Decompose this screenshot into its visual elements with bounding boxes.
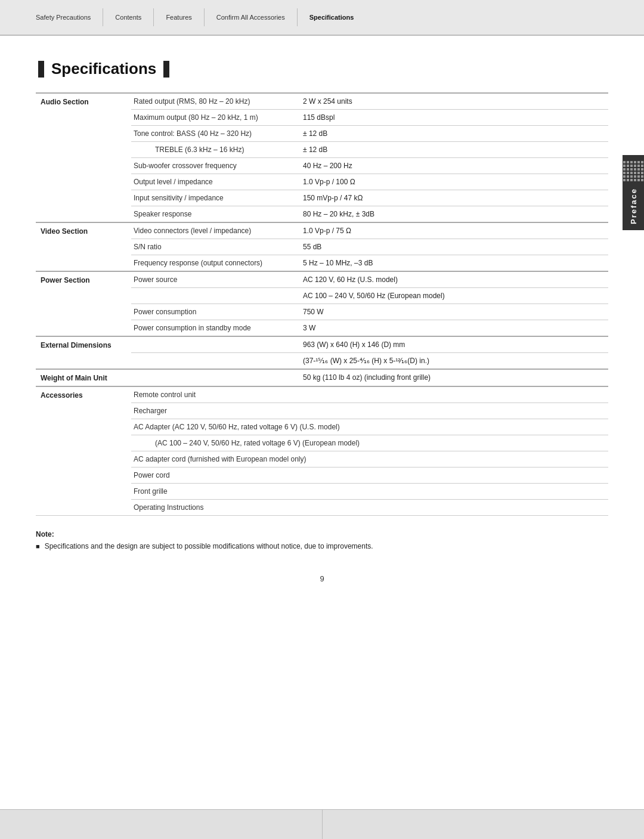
top-navigation: Safety Precautions Contents Features Con… <box>0 0 644 36</box>
spec-value: 80 Hz – 20 kHz, ± 3dB <box>298 206 608 223</box>
nav-item-specifications[interactable]: Specifications <box>298 14 366 21</box>
footer-left <box>0 809 322 839</box>
nav-item-features[interactable]: Features <box>154 14 203 21</box>
spec-value: (37-¹⁵⁄₁₆ (W) x 25-⁴⁄₁₆ (H) x 5-¹²⁄₁₆(D)… <box>298 353 608 370</box>
spec-name: S/N ratio <box>131 239 298 255</box>
spec-value: 1.0 Vp-p / 100 Ω <box>298 174 608 190</box>
page-number: 9 <box>36 574 608 583</box>
spec-value: 115 dBspl <box>298 110 608 126</box>
spec-name: Frequency response (output connectors) <box>131 255 298 272</box>
main-content: Preface Specifications Audio Section Rat… <box>0 36 644 607</box>
table-row: Accessories Remote control unit <box>36 386 608 403</box>
spec-value: AC 120 V, 60 Hz (U.S. model) <box>298 271 608 288</box>
spec-value: ± 12 dB <box>298 126 608 142</box>
spec-name <box>131 336 298 353</box>
spec-name <box>131 353 298 370</box>
spec-value: 2 W x 254 units <box>298 93 608 110</box>
spec-name: Sub-woofer crossover frequency <box>131 158 298 174</box>
section-label-dimensions: External Dimensions <box>36 336 131 369</box>
section-label-weight: Weight of Main Unit <box>36 369 131 386</box>
table-row: Video Section Video connectors (level / … <box>36 222 608 239</box>
table-row: Weight of Main Unit 50 kg (110 lb 4 oz) … <box>36 369 608 386</box>
table-row: External Dimensions 963 (W) x 640 (H) x … <box>36 336 608 353</box>
spec-value: 50 kg (110 lb 4 oz) (including front gri… <box>298 369 608 386</box>
spec-name: Maximum output (80 Hz – 20 kHz, 1 m) <box>131 110 298 126</box>
spec-name: Power cord <box>131 468 608 484</box>
spec-name: (AC 100 – 240 V, 50/60 Hz, rated voltage… <box>131 435 608 451</box>
spec-name: Front grille <box>131 484 608 500</box>
table-row: Audio Section Rated output (RMS, 80 Hz –… <box>36 93 608 110</box>
spec-name <box>131 369 298 386</box>
section-label-accessories: Accessories <box>36 386 131 516</box>
table-row: Power Section Power source AC 120 V, 60 … <box>36 271 608 288</box>
spec-name: AC adapter cord (furnished with European… <box>131 451 608 468</box>
footer-right <box>322 809 644 839</box>
note-icon: ■ <box>36 543 40 550</box>
spec-value: 150 mVp-p / 47 kΩ <box>298 190 608 206</box>
spec-value: ± 12 dB <box>298 142 608 158</box>
page-title: Specifications <box>36 60 608 78</box>
title-bar-right <box>163 61 169 78</box>
spec-value: 1.0 Vp-p / 75 Ω <box>298 222 608 239</box>
spec-value: 5 Hz – 10 MHz, –3 dB <box>298 255 608 272</box>
spec-name: Input sensitivity / impedance <box>131 190 298 206</box>
spec-value: 3 W <box>298 320 608 337</box>
tab-grid-decoration <box>623 161 643 181</box>
nav-item-contents[interactable]: Contents <box>103 14 153 21</box>
spec-value: 750 W <box>298 304 608 320</box>
spec-name: Power consumption <box>131 304 298 320</box>
spec-name: Output level / impedance <box>131 174 298 190</box>
spec-name: Rated output (RMS, 80 Hz – 20 kHz) <box>131 93 298 110</box>
spec-name: Video connectors (level / impedance) <box>131 222 298 239</box>
nav-item-safety[interactable]: Safety Precautions <box>24 14 103 21</box>
note-text: Specifications and the design are subjec… <box>45 542 373 550</box>
spec-name: Tone control: BASS (40 Hz – 320 Hz) <box>131 126 298 142</box>
right-tab: Preface <box>623 155 644 230</box>
spec-name: Operating Instructions <box>131 500 608 516</box>
spec-name: AC Adapter (AC 120 V, 50/60 Hz, rated vo… <box>131 419 608 435</box>
specifications-table: Audio Section Rated output (RMS, 80 Hz –… <box>36 92 608 516</box>
spec-name: Power source <box>131 271 298 288</box>
spec-value: 55 dB <box>298 239 608 255</box>
note-item: ■ Specifications and the design are subj… <box>36 542 608 550</box>
note-section: Note: ■ Specifications and the design ar… <box>36 530 608 550</box>
spec-name <box>131 288 298 304</box>
spec-name: Remote control unit <box>131 386 608 403</box>
spec-name: Recharger <box>131 403 608 419</box>
section-label-audio: Audio Section <box>36 93 131 222</box>
tab-label: Preface <box>629 188 638 224</box>
title-bar-left <box>38 61 44 78</box>
section-label-video: Video Section <box>36 222 131 271</box>
spec-name: TREBLE (6.3 kHz – 16 kHz) <box>131 142 298 158</box>
nav-item-accessories[interactable]: Confirm All Accessories <box>205 14 297 21</box>
spec-value: 963 (W) x 640 (H) x 146 (D) mm <box>298 336 608 353</box>
bottom-footer <box>0 809 644 839</box>
spec-value: AC 100 – 240 V, 50/60 Hz (European model… <box>298 288 608 304</box>
spec-name: Speaker response <box>131 206 298 223</box>
section-label-power: Power Section <box>36 271 131 336</box>
spec-name: Power consumption in standby mode <box>131 320 298 337</box>
spec-value: 40 Hz – 200 Hz <box>298 158 608 174</box>
note-label: Note: <box>36 530 608 538</box>
title-text: Specifications <box>51 60 156 78</box>
